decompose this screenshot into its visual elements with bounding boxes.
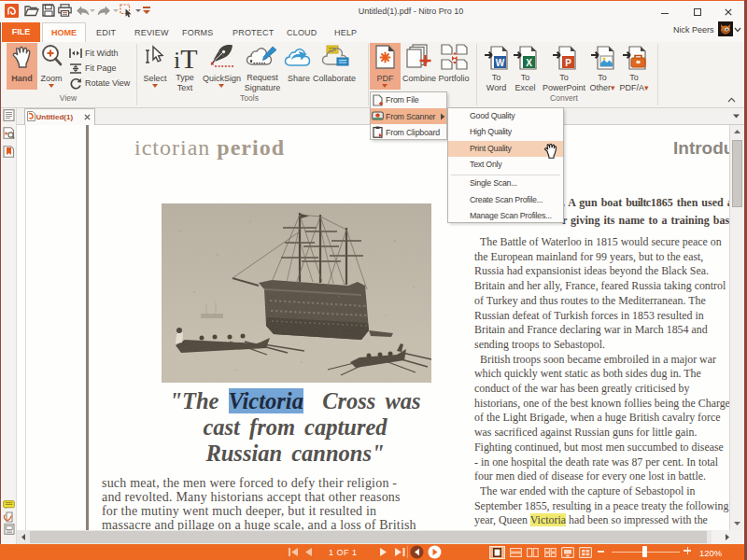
svg-text:W: W — [496, 58, 505, 68]
svg-text:X: X — [526, 58, 532, 68]
svg-text:P: P — [565, 58, 571, 68]
